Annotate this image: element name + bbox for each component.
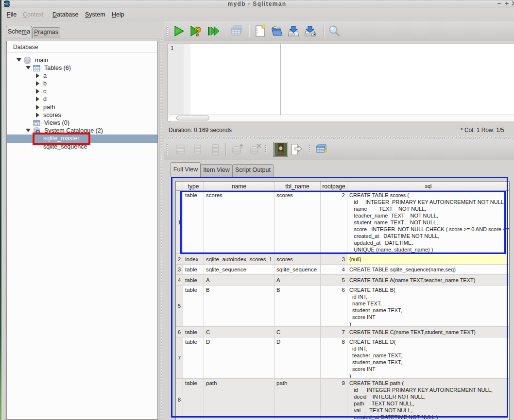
tree-item-tables[interactable]: Tables (6) — [7, 64, 157, 72]
editor-hscrollbar[interactable] — [168, 115, 514, 121]
item-export-button[interactable] — [289, 143, 303, 156]
rollback-icon — [248, 143, 262, 157]
toolbar-handle[interactable] — [309, 145, 311, 153]
window-title: mydb - Sqliteman — [0, 0, 514, 7]
toolbar-separator — [324, 25, 324, 37]
minimize-button[interactable]: − — [496, 0, 502, 8]
collapsed-arrow-icon[interactable] — [36, 97, 39, 101]
line-number-margin — [168, 44, 184, 115]
find-button[interactable] — [327, 24, 341, 38]
item-export-icon — [289, 143, 303, 156]
toolbar-handle[interactable] — [167, 144, 169, 155]
run-script-button[interactable] — [206, 24, 220, 38]
tab-pragmas[interactable]: Pragmas — [32, 27, 60, 38]
insert-row-button — [209, 143, 223, 157]
collapsed-arrow-icon[interactable] — [36, 89, 39, 94]
open-file-button[interactable] — [270, 24, 284, 38]
tree-item-path[interactable]: path — [7, 103, 157, 112]
views-icon — [33, 119, 40, 127]
tree-item-label: d — [43, 95, 47, 103]
toolbar-separator — [225, 143, 226, 156]
save-as-button[interactable] — [303, 24, 317, 38]
toolbar-separator — [226, 25, 226, 37]
tree-item-c[interactable]: c — [7, 87, 157, 96]
insert-row-icon — [209, 143, 223, 157]
find-in-table-button[interactable] — [314, 143, 328, 156]
menu-context: Context — [23, 11, 44, 18]
collapsed-arrow-icon[interactable] — [36, 81, 39, 86]
tree-item-label: main — [35, 56, 48, 65]
open-folder-icon — [270, 24, 284, 38]
tree-item-label: b — [43, 80, 47, 88]
toolbar-handle[interactable] — [265, 145, 267, 153]
duration-label: Duration: 0.169 seconds — [169, 127, 232, 134]
menu-system[interactable]: System — [85, 11, 105, 18]
table-window-button — [230, 24, 244, 38]
editor-hscrollbar-thumb[interactable] — [176, 116, 209, 120]
run-script-icon — [206, 24, 220, 38]
save-button[interactable] — [287, 24, 300, 38]
collapsed-arrow-icon[interactable] — [36, 73, 39, 78]
tree-item-label: path — [43, 103, 55, 112]
database-icon — [24, 57, 31, 64]
tab-script-output[interactable]: Script Output — [232, 164, 274, 177]
save-icon — [287, 24, 300, 38]
tree-item-main[interactable]: main — [7, 56, 157, 65]
blob-preview-toggle[interactable] — [273, 142, 288, 157]
collapsed-arrow-icon[interactable] — [36, 105, 39, 110]
tab-schema[interactable]: Schema — [6, 26, 32, 38]
tree-item-label: Views (0) — [44, 119, 69, 127]
blue-highlight-box-row1 — [180, 191, 506, 254]
maximize-button[interactable]: + — [503, 0, 510, 8]
svg-text:?: ? — [194, 24, 202, 38]
menu-help[interactable]: Help — [112, 11, 124, 18]
explain-query-button[interactable]: ? — [189, 24, 203, 38]
status-bar: Duration: 0.169 seconds * Col: 1 Row: 1/… — [167, 124, 514, 136]
tree-item-label: c — [43, 87, 46, 96]
tree-item-label: scores — [43, 111, 61, 119]
save-as-icon — [303, 24, 317, 38]
toolbar-handle[interactable] — [167, 26, 169, 36]
tree-item-b[interactable]: b — [7, 80, 157, 88]
close-button[interactable]: ✕ — [511, 0, 514, 8]
new-file-icon — [253, 24, 267, 38]
tab-item-view[interactable]: Item View — [201, 164, 232, 177]
remove-row-icon — [191, 143, 205, 157]
expand-arrow-icon[interactable] — [26, 66, 31, 69]
run-sql-icon — [172, 24, 186, 38]
expand-arrow-icon[interactable] — [26, 129, 31, 132]
tables-icon — [33, 65, 40, 72]
schema-tree-panel: Database main Tables (6) a b c d path sc… — [5, 38, 159, 420]
add-row-button — [173, 143, 187, 157]
tree-item-d[interactable]: d — [7, 95, 157, 103]
table-window-icon — [230, 24, 244, 38]
sqliteman-logo-icon — [3, 0, 11, 8]
toolbar-separator — [249, 25, 249, 37]
tree-item-scores[interactable]: scores — [7, 111, 157, 119]
remove-row-button — [191, 143, 205, 157]
line-number: 1 — [171, 45, 173, 51]
sql-editor[interactable]: 1 — [168, 44, 514, 121]
desktop-background-edge — [0, 0, 1, 420]
explain-query-icon: ? — [189, 24, 203, 38]
run-sql-button[interactable] — [172, 24, 186, 38]
find-table-icon — [314, 143, 328, 156]
tab-full-view[interactable]: Full View — [171, 162, 201, 177]
expand-arrow-icon[interactable] — [17, 58, 21, 62]
data-view-toolbar — [164, 139, 514, 160]
collapsed-arrow-icon[interactable] — [36, 113, 39, 118]
edge-line — [280, 44, 281, 115]
vertical-splitter[interactable] — [160, 39, 164, 419]
tree-item-a[interactable]: a — [7, 72, 157, 80]
add-row-icon — [173, 143, 187, 157]
menu-database[interactable]: Database — [52, 11, 79, 18]
menu-bar: File Context Database System Help — [1, 8, 514, 22]
fold-margin — [184, 44, 190, 115]
blob-preview-icon — [274, 143, 287, 156]
cursor-position-label: * Col: 1 Row: 1/5 — [461, 127, 504, 134]
horizontal-splitter[interactable] — [167, 136, 514, 139]
commit-button — [231, 143, 244, 157]
new-file-button[interactable] — [253, 24, 267, 38]
menu-file[interactable]: File — [7, 11, 17, 18]
tree-item-views[interactable]: Views (0) — [7, 119, 157, 127]
